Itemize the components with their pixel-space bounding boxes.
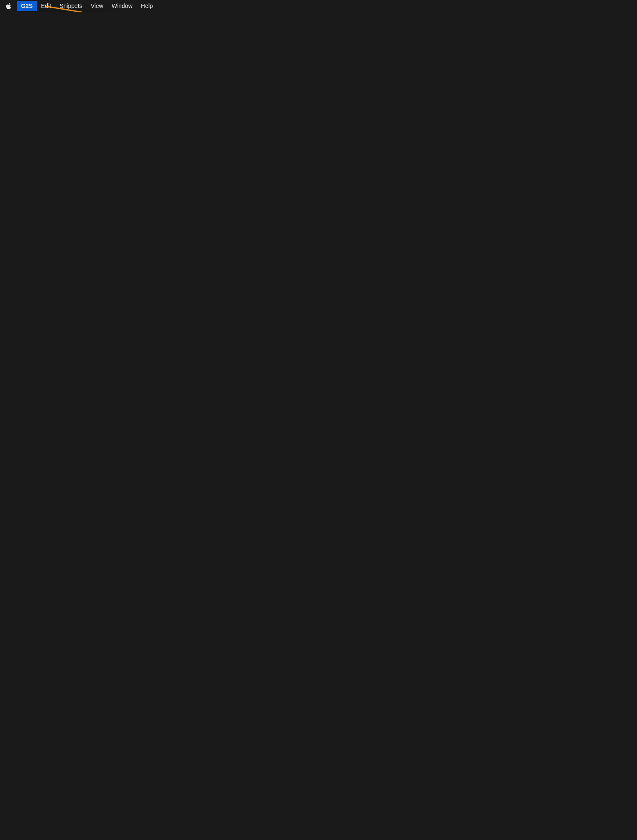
menu-snippets[interactable]: Snippets: [55, 1, 86, 11]
menu-window[interactable]: Window: [108, 1, 137, 11]
menu-help[interactable]: Help: [137, 1, 157, 11]
menubar: G2S Edit Snippets View Window Help: [0, 0, 402, 12]
menu-app[interactable]: G2S: [17, 1, 37, 11]
menu-view[interactable]: View: [87, 1, 108, 11]
menu-edit[interactable]: Edit: [37, 1, 55, 11]
apple-icon: [5, 2, 13, 10]
